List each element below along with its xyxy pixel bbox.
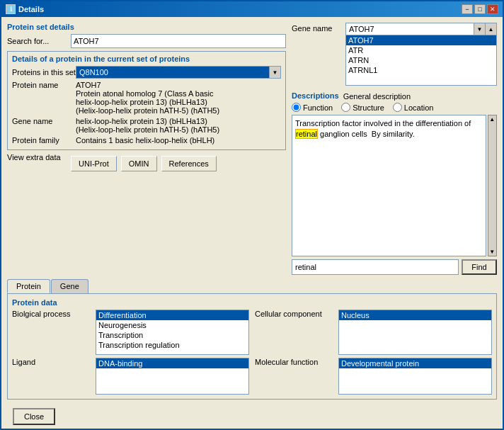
tab-content: Protein data Biolgical process Different… [7,293,497,400]
close-window-button[interactable]: ✕ [487,4,498,14]
right-panel: Gene name ATOH7 ▼ ▲ ATOH7 ATR ATRN ATRNL… [292,23,497,275]
radio-function-input[interactable] [292,103,301,112]
tabs-area: Protein Gene Protein data Biolgical proc… [7,279,497,400]
title-bar: ℹ Details − □ ✕ [1,1,503,17]
maximize-button[interactable]: □ [474,4,486,14]
gene-name-left-label: Gene name [12,117,76,134]
minimize-button[interactable]: − [462,4,473,14]
protein-family-value: Contains 1 basic helix-loop-helix (bHLH) [76,136,281,145]
molecular-function-list[interactable]: Developmental protein [338,358,492,395]
uniprot-button[interactable]: UNI-Prot [71,156,117,171]
radio-structure-input[interactable] [341,103,350,112]
bio-process-list[interactable]: Differentiation Neurogenesis Transcripti… [96,310,249,355]
action-buttons: UNI-Prot OMIN References [71,156,217,171]
tab-gene[interactable]: Gene [51,279,88,293]
search-input[interactable] [71,34,286,48]
descriptions-area: Descriptions General description Functio… [292,91,497,275]
proteins-label: Proteins in this set [12,68,76,77]
top-area: Protein set details Search for... Detail… [7,23,497,275]
radio-location-label: Location [404,103,434,112]
protein-family-label: Protein family [12,136,76,145]
bottom-bar: Close [7,404,497,429]
details-section: Details of a protein in the current set … [7,51,286,150]
scroll-up-btn[interactable]: ▲ [488,115,496,123]
bio-process-item[interactable]: Transcription regulation [96,340,248,350]
window-title: Details [18,5,44,13]
desc-text-container: Transcription factor involved in the dif… [292,115,497,256]
bio-process-item[interactable]: Neurogenesis [96,320,248,330]
search-label: Search for... [7,37,71,45]
title-bar-left: ℹ Details [6,4,44,14]
bio-process-label: Biolgical process [12,310,90,318]
tab-bar: Protein Gene [7,279,497,293]
radio-structure[interactable]: Structure [341,103,384,112]
desc-text-box: Transcription factor involved in the dif… [292,115,486,256]
omin-button[interactable]: OMIN [121,156,157,171]
proteins-dropdown[interactable]: Q8N100 ▼ [76,66,281,79]
gene-selected-value: ATOH7 [346,23,474,35]
close-button[interactable]: Close [13,408,55,425]
gene-dropdown-header: ATOH7 ▼ ▲ [345,23,497,35]
left-panel: Protein set details Search for... Detail… [7,23,286,275]
descriptions-header-row: Descriptions General description [292,91,497,101]
ligand-item[interactable]: DNA-binding [96,358,248,368]
gene-name-row: Gene name helix-loop-helix protein 13) (… [12,117,281,134]
title-buttons: − □ ✕ [462,4,498,14]
gene-list-item[interactable]: ATRNL1 [346,65,496,75]
gene-name-left-value: helix-loop-helix protein 13) (bHLHa13)(H… [76,117,281,134]
cellular-component-label: Cellular component [255,310,333,318]
proteins-value: Q8N100 [76,67,269,78]
window-icon: ℹ [6,4,16,14]
ligand-list[interactable]: DNA-binding [96,358,249,395]
radio-structure-label: Structure [353,103,384,112]
protein-name-main: ATOH7 [76,81,219,89]
details-header: Details of a protein in the current set … [12,55,281,63]
main-window: ℹ Details − □ ✕ Protein set details Sear… [0,0,504,430]
protein-data-header: Protein data [12,298,492,307]
gene-name-right-row: Gene name ATOH7 ▼ ▲ ATOH7 ATR ATRN ATRNL… [292,23,497,86]
protein-name-row: Protein name ATOH7 Protein atonal homolo… [12,81,281,115]
descriptions-label: Descriptions [292,91,339,100]
protein-set-header: Protein set details [7,23,286,31]
search-find-row: Find [292,259,497,275]
molecular-function-label: Molecular function [255,358,333,366]
main-content: Protein set details Search for... Detail… [1,17,503,430]
gene-dropdown-area: ATOH7 ▼ ▲ ATOH7 ATR ATRN ATRNL1 [345,23,497,86]
gene-name-right-label: Gene name [292,23,341,33]
cellular-component-list[interactable]: Nucleus [338,310,492,355]
references-button[interactable]: References [161,156,217,171]
bio-process-item[interactable]: Transcription [96,330,248,340]
tab-protein[interactable]: Protein [7,279,50,293]
gene-dropdown-arrow[interactable]: ▼ [474,23,485,35]
gene-list-item[interactable]: ATRN [346,55,496,65]
gene-list-item[interactable]: ATOH7 [346,35,496,45]
radio-location-input[interactable] [393,103,402,112]
radio-function[interactable]: Function [292,103,333,112]
general-desc-label: General description [343,92,411,101]
radio-function-label: Function [303,103,333,112]
protein-family-row: Protein family Contains 1 basic helix-lo… [12,136,281,145]
view-extra-row: View extra data UNI-Prot OMIN References [7,153,286,171]
ligand-label: Ligand [12,358,90,366]
cellular-component-item[interactable]: Nucleus [339,310,491,320]
search-row: Search for... [7,34,286,48]
find-button[interactable]: Find [462,259,497,275]
view-extra-label: View extra data [7,153,71,171]
proteins-dropdown-arrow[interactable]: ▼ [269,67,280,78]
radio-location[interactable]: Location [393,103,434,112]
desc-scrollbar[interactable]: ▲ ▼ [488,115,497,256]
gene-list[interactable]: ATOH7 ATR ATRN ATRNL1 [345,35,497,86]
protein-name-label: Protein name [12,81,76,115]
proteins-row: Proteins in this set Q8N100 ▼ [12,66,281,79]
find-input[interactable] [292,259,459,275]
gene-list-item[interactable]: ATR [346,45,496,55]
protein-name-values: ATOH7 Protein atonal homolog 7 (Class A … [76,81,219,115]
bio-process-item[interactable]: Differentiation [96,310,248,320]
protein-name-sub: Protein atonal homolog 7 (Class A basich… [76,89,219,115]
protein-data-grid: Biolgical process Differentiation Neurog… [12,310,492,395]
radio-row: Function Structure Location [292,103,497,112]
scroll-down-btn[interactable]: ▼ [488,249,496,256]
gene-scroll-up[interactable]: ▲ [485,23,496,35]
highlight-word: retinal [295,129,318,139]
molecular-function-item[interactable]: Developmental protein [339,358,491,368]
